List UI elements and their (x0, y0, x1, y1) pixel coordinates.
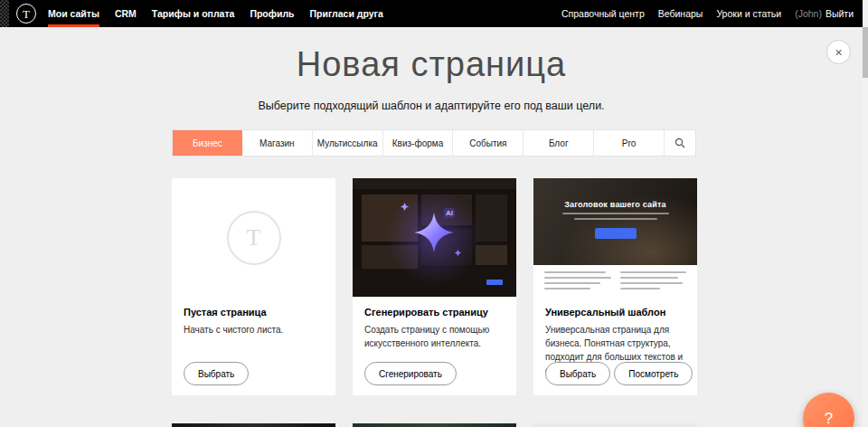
nav-item-webinars[interactable]: Вебинары (658, 0, 703, 27)
nav-item-my-sites[interactable]: Мои сайты (48, 0, 99, 27)
tilda-logo[interactable]: T (16, 4, 36, 24)
scrollbar-thumb[interactable] (863, 27, 868, 78)
card-title: Пустая страница (184, 307, 324, 318)
tab-blog[interactable]: Блог (524, 130, 594, 156)
preview-site-heading: Заголовок вашего сайта (533, 178, 697, 209)
card-description: Создать страницу с помощью искусственног… (364, 323, 505, 350)
search-icon (675, 138, 685, 148)
user-block: (John) Выйти (795, 0, 854, 27)
template-category-tabs: Бизнес Магазин Мультиссылка Квиз-форма С… (172, 129, 696, 157)
tab-pro[interactable]: Pro (594, 130, 665, 156)
template-card-blank: T Пустая страница Начать с чистого листа… (172, 178, 335, 395)
nav-item-crm[interactable]: CRM (115, 0, 137, 27)
main-nav: Мои сайты CRM Тарифы и оплата Профиль Пр… (48, 0, 383, 27)
tilda-ghost-logo-icon: T (227, 211, 281, 265)
tab-multilink[interactable]: Мультиссылка (313, 130, 383, 156)
nav-item-pricing[interactable]: Тарифы и оплата (152, 0, 235, 27)
tilda-logo-glyph: T (23, 8, 30, 20)
page-subtitle: Выберите подходящий шаблон и адаптируйте… (0, 100, 863, 112)
checker-pattern (0, 0, 9, 27)
select-blank-button[interactable]: Выбрать (184, 362, 249, 385)
preview-subtitle-line (562, 213, 669, 214)
generate-card-media: AI (353, 178, 516, 297)
template-card-partial[interactable] (172, 423, 335, 427)
ai-badge: AI (444, 208, 455, 218)
card-actions: Выбрать (184, 362, 249, 385)
preview-subtitle-line (574, 218, 657, 220)
card-title: Сгенерировать страницу (364, 307, 505, 318)
preview-cta-button (595, 228, 637, 239)
secondary-nav: Справочный центр Вебинары Уроки и статьи… (561, 0, 854, 27)
ai-sparkle-small-icon (454, 249, 462, 257)
page-title: Новая страница (0, 45, 863, 84)
template-card-generate: AI Сгенерировать страницу Создать страни… (353, 178, 516, 395)
tab-quiz-form[interactable]: Квиз-форма (383, 130, 454, 156)
universal-card-media: Заголовок вашего сайта (533, 178, 697, 297)
select-universal-button[interactable]: Выбрать (545, 362, 610, 385)
template-card-partial[interactable] (353, 423, 516, 427)
topbar: T Мои сайты CRM Тарифы и оплата Профиль … (0, 0, 868, 27)
nav-item-lessons[interactable]: Уроки и статьи (716, 0, 781, 27)
scrollbar-track[interactable] (863, 0, 868, 427)
blank-card-media: T (172, 178, 335, 297)
new-page-dialog: × Новая страница Выберите подходящий шаб… (0, 27, 863, 427)
help-icon: ? (825, 410, 833, 427)
nav-item-invite-friend[interactable]: Пригласи друга (310, 0, 383, 27)
app-window: T Мои сайты CRM Тарифы и оплата Профиль … (0, 0, 868, 427)
tab-shop[interactable]: Магазин (242, 130, 313, 156)
tab-business[interactable]: Бизнес (173, 130, 242, 156)
user-name: (John) (795, 8, 822, 19)
nav-item-profile[interactable]: Профиль (250, 0, 294, 27)
generate-button[interactable]: Сгенерировать (364, 362, 457, 385)
card-actions: Выбрать Посмотреть (545, 362, 693, 385)
template-preview-body (533, 265, 697, 297)
search-button[interactable] (665, 130, 695, 156)
template-card-universal: Заголовок вашего сайта (533, 178, 697, 395)
template-card-partial[interactable] (533, 423, 697, 427)
blank-card-body: Пустая страница Начать с чистого листа. (172, 297, 335, 337)
card-title: Универсальный шаблон (545, 307, 685, 318)
card-description: Начать с чистого листа. (184, 323, 324, 337)
preview-universal-button[interactable]: Посмотреть (614, 362, 693, 385)
template-preview-hero: Заголовок вашего сайта (533, 178, 697, 265)
generate-card-body: Сгенерировать страницу Создать страницу … (353, 297, 516, 350)
card-actions: Сгенерировать (364, 362, 457, 385)
logout-link[interactable]: Выйти (826, 8, 854, 19)
ai-sparkle-small-icon (400, 202, 410, 212)
nav-item-help-center[interactable]: Справочный центр (561, 0, 645, 27)
help-button[interactable]: ? (803, 393, 854, 427)
tab-events[interactable]: События (453, 130, 524, 156)
